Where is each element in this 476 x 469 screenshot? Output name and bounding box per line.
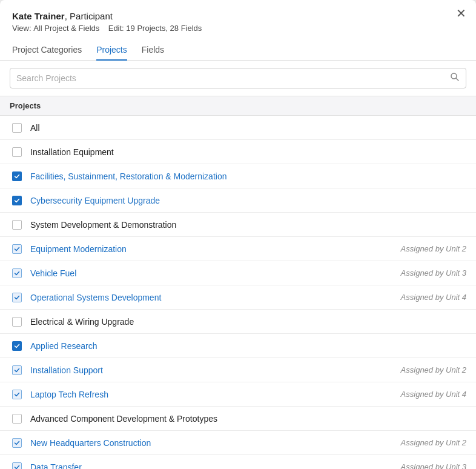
table-row: Facilities, Sustainment, Restoration & M…: [0, 164, 476, 188]
table-row: Installation Support Assigned by Unit 2: [0, 358, 476, 382]
assigned-label: Assigned by Unit 4: [401, 390, 466, 399]
checkbox-unchecked[interactable]: [12, 317, 22, 327]
tab-projects[interactable]: Projects: [96, 40, 127, 61]
project-name[interactable]: Installation Support: [30, 365, 401, 375]
modal-subtitle: View: All Project & Fields Edit: 19 Proj…: [12, 24, 464, 33]
modal: ✕ Kate Trainer, Participant View: All Pr…: [0, 0, 476, 469]
checkbox-area[interactable]: [10, 414, 24, 424]
checkbox-unchecked[interactable]: [12, 414, 22, 424]
project-name[interactable]: Vehicle Fuel: [30, 268, 401, 278]
table-row: Vehicle Fuel Assigned by Unit 3: [0, 261, 476, 285]
project-name: All: [30, 123, 466, 133]
checkbox-unchecked[interactable]: [12, 123, 22, 133]
project-name[interactable]: Data Transfer: [30, 462, 401, 470]
table-row: Advanced Component Development & Prototy…: [0, 407, 476, 431]
table-row: Applied Research: [0, 334, 476, 358]
table-row: System Development & Demonstration: [0, 213, 476, 237]
checkbox-area[interactable]: [10, 438, 24, 448]
checkbox-area[interactable]: [10, 220, 24, 230]
checkbox-area[interactable]: [10, 244, 24, 254]
tab-project-categories[interactable]: Project Categories: [12, 40, 82, 61]
checkbox-assigned[interactable]: [12, 244, 22, 254]
assigned-label: Assigned by Unit 3: [401, 268, 466, 278]
assigned-label: Assigned by Unit 3: [401, 462, 466, 469]
checkbox-area[interactable]: [10, 268, 24, 278]
table-row: Cybersecurity Equipment Upgrade: [0, 188, 476, 213]
table-header: Projects: [0, 96, 476, 116]
checkbox-checked[interactable]: [12, 341, 22, 351]
svg-line-1: [456, 78, 458, 81]
checkbox-area[interactable]: [10, 171, 24, 181]
checkbox-assigned[interactable]: [12, 365, 22, 375]
table-row: Electrical & Wiring Upgrade: [0, 310, 476, 334]
project-name: Installation Equipment: [30, 147, 466, 157]
search-container: [0, 61, 476, 96]
project-name[interactable]: Cybersecurity Equipment Upgrade: [30, 196, 466, 205]
project-name: Electrical & Wiring Upgrade: [30, 317, 466, 327]
checkbox-checked[interactable]: [12, 171, 22, 181]
modal-title: Kate Trainer, Participant: [12, 11, 464, 21]
checkbox-area[interactable]: [10, 365, 24, 375]
user-name: Kate Trainer: [12, 11, 65, 21]
checkbox-area[interactable]: [10, 390, 24, 399]
checkbox-area[interactable]: [10, 317, 24, 327]
table-row: Equipment Modernization Assigned by Unit…: [0, 237, 476, 261]
modal-header: ✕ Kate Trainer, Participant View: All Pr…: [0, 0, 476, 40]
checkbox-area[interactable]: [10, 147, 24, 157]
table-row: All: [0, 116, 476, 140]
checkbox-area[interactable]: [10, 341, 24, 351]
checkbox-assigned[interactable]: [12, 293, 22, 302]
checkbox-assigned[interactable]: [12, 268, 22, 278]
user-role: Participant: [70, 11, 113, 21]
project-name[interactable]: Operational Systems Development: [30, 293, 401, 302]
search-box: [10, 68, 466, 88]
project-name[interactable]: Laptop Tech Refresh: [30, 390, 401, 399]
checkbox-assigned[interactable]: [12, 462, 22, 470]
table-row: Laptop Tech Refresh Assigned by Unit 4: [0, 382, 476, 407]
close-button[interactable]: ✕: [456, 7, 466, 19]
project-name[interactable]: Facilities, Sustainment, Restoration & M…: [30, 171, 466, 181]
table-row: Operational Systems Development Assigned…: [0, 285, 476, 310]
checkbox-area[interactable]: [10, 123, 24, 133]
assigned-label: Assigned by Unit 4: [401, 293, 466, 302]
table-row: Data Transfer Assigned by Unit 3: [0, 455, 476, 469]
tab-fields[interactable]: Fields: [142, 40, 164, 61]
checkbox-area[interactable]: [10, 462, 24, 470]
project-name[interactable]: Equipment Modernization: [30, 244, 401, 254]
checkbox-assigned[interactable]: [12, 438, 22, 448]
project-name: System Development & Demonstration: [30, 220, 466, 230]
search-input[interactable]: [16, 73, 450, 83]
checkbox-assigned[interactable]: [12, 390, 22, 399]
project-name[interactable]: New Headquarters Construction: [30, 438, 401, 448]
project-list: All Installation Equipment Facilities, S…: [0, 116, 476, 469]
checkbox-area[interactable]: [10, 293, 24, 302]
assigned-label: Assigned by Unit 2: [401, 438, 466, 447]
assigned-label: Assigned by Unit 2: [401, 365, 466, 374]
project-name: Advanced Component Development & Prototy…: [30, 414, 466, 424]
checkbox-area[interactable]: [10, 196, 24, 205]
table-row: New Headquarters Construction Assigned b…: [0, 431, 476, 455]
checkbox-unchecked[interactable]: [12, 147, 22, 157]
checkbox-unchecked[interactable]: [12, 220, 22, 230]
table-row: Installation Equipment: [0, 140, 476, 164]
assigned-label: Assigned by Unit 2: [401, 244, 466, 253]
search-icon: [450, 72, 460, 84]
project-name[interactable]: Applied Research: [30, 341, 466, 351]
tabs-container: Project Categories Projects Fields: [0, 40, 476, 61]
checkbox-checked[interactable]: [12, 196, 22, 205]
